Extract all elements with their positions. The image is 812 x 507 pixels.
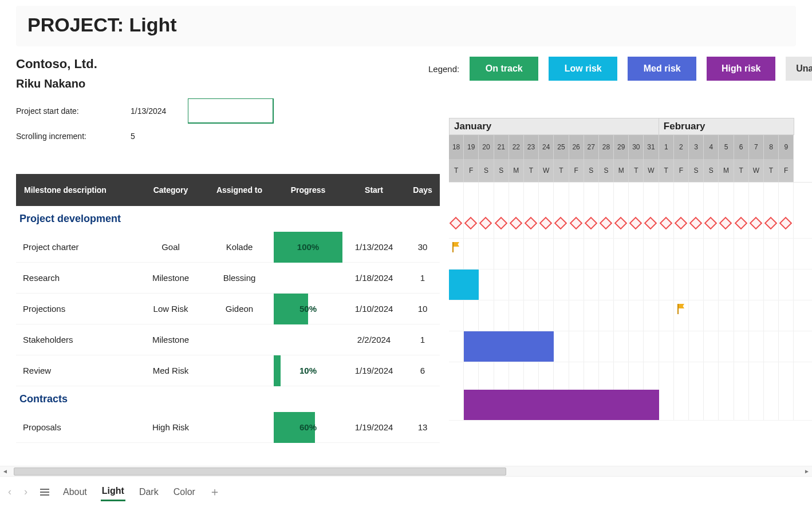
day-number: 27 bbox=[584, 135, 599, 159]
tab-about[interactable]: About bbox=[62, 484, 88, 501]
day-of-week: M bbox=[509, 159, 524, 182]
col-days: Days bbox=[405, 185, 440, 195]
gantt-bar[interactable] bbox=[464, 390, 659, 420]
cell-desc: Research bbox=[16, 273, 136, 283]
cell-assigned: Kolade bbox=[205, 242, 274, 252]
gantt-row bbox=[449, 270, 812, 300]
day-number: 26 bbox=[569, 135, 584, 159]
goal-diamond-icon bbox=[554, 216, 567, 229]
day-number: 3 bbox=[689, 135, 704, 159]
goal-diamond-icon bbox=[464, 216, 478, 229]
goal-diamond-icon bbox=[569, 216, 582, 229]
project-lead: Riku Nakano bbox=[16, 77, 428, 90]
table-row[interactable]: ProjectionsLow RiskGideon50%1/10/202410 bbox=[16, 294, 440, 324]
legend-medrisk: Med risk bbox=[628, 57, 696, 81]
col-category: Category bbox=[136, 185, 205, 195]
day-of-week: T bbox=[449, 159, 464, 182]
goal-diamond-icon bbox=[509, 216, 522, 229]
cell-days: 1 bbox=[405, 273, 440, 283]
day-of-week: T bbox=[554, 159, 569, 182]
day-of-week: T bbox=[764, 159, 779, 182]
timeline: JanuaryFebruary 181920212223242526272829… bbox=[449, 118, 812, 421]
day-of-week: W bbox=[644, 159, 659, 182]
day-number: 8 bbox=[764, 135, 779, 159]
scroll-inc-label: Scrolling increment: bbox=[16, 132, 131, 141]
cell-category: Low Risk bbox=[136, 304, 205, 314]
day-of-week: F bbox=[464, 159, 479, 182]
goal-diamond-icon bbox=[764, 216, 778, 229]
day-number: 21 bbox=[494, 135, 509, 159]
goal-diamond-icon bbox=[689, 216, 703, 229]
tab-color[interactable]: Color bbox=[172, 484, 196, 501]
cell-progress: 100% bbox=[274, 232, 342, 263]
legend-unassigned: Unassigned bbox=[786, 57, 812, 81]
start-date-label: Project start date: bbox=[16, 106, 131, 116]
day-of-week: W bbox=[539, 159, 554, 182]
tab-light[interactable]: Light bbox=[101, 482, 125, 501]
col-assigned: Assigned to bbox=[205, 185, 274, 195]
cell-days: 30 bbox=[405, 242, 440, 252]
scroll-left-icon[interactable]: ◄ bbox=[0, 466, 10, 477]
goal-diamond-icon bbox=[494, 216, 507, 229]
legend-label: Legend: bbox=[428, 64, 459, 74]
goal-diamond-icon bbox=[719, 216, 732, 229]
table-row[interactable]: Project charterGoalKolade100%1/13/202430 bbox=[16, 232, 440, 263]
goal-diamond-icon bbox=[479, 216, 492, 229]
gantt-row bbox=[449, 390, 812, 421]
day-of-week: M bbox=[614, 159, 629, 182]
day-number: 5 bbox=[719, 135, 734, 159]
scroll-thumb[interactable] bbox=[14, 468, 506, 476]
day-number: 19 bbox=[464, 135, 479, 159]
task-table: Milestone description Category Assigned … bbox=[16, 174, 440, 443]
sheet-prev-icon[interactable]: ‹ bbox=[8, 486, 11, 498]
sheet-menu-icon[interactable] bbox=[40, 487, 49, 497]
cell-start: 1/10/2024 bbox=[342, 304, 405, 314]
month-header: February bbox=[659, 118, 794, 135]
selected-cell[interactable] bbox=[188, 98, 274, 124]
cell-desc: Review bbox=[16, 366, 136, 375]
goal-diamond-icon bbox=[614, 216, 628, 229]
scroll-right-icon[interactable]: ► bbox=[802, 466, 812, 477]
cell-start: 1/18/2024 bbox=[342, 273, 405, 283]
gantt-bar[interactable] bbox=[449, 270, 479, 300]
day-of-week: F bbox=[779, 159, 794, 182]
table-row[interactable]: ResearchMilestoneBlessing1/18/20241 bbox=[16, 263, 440, 294]
cell-desc: Project charter bbox=[16, 242, 136, 252]
goal-diamond-icon bbox=[584, 216, 597, 229]
goal-diamond-icon bbox=[674, 216, 687, 229]
gantt-bar[interactable] bbox=[464, 331, 554, 362]
day-number: 24 bbox=[539, 135, 554, 159]
cell-progress: 60% bbox=[274, 412, 342, 443]
day-number: 6 bbox=[734, 135, 749, 159]
day-number: 22 bbox=[509, 135, 524, 159]
add-sheet-icon[interactable]: ＋ bbox=[209, 484, 220, 500]
cell-desc: Proposals bbox=[16, 422, 136, 432]
day-of-week: T bbox=[629, 159, 644, 182]
sheet-next-icon[interactable]: › bbox=[24, 486, 27, 498]
table-row[interactable]: ReviewMed Risk10%1/19/20246 bbox=[16, 355, 440, 386]
tab-dark[interactable]: Dark bbox=[138, 484, 160, 501]
horizontal-scrollbar[interactable]: ◄ ► bbox=[0, 466, 812, 476]
table-row[interactable]: StakeholdersMilestone2/2/20241 bbox=[16, 324, 440, 355]
day-number: 2 bbox=[674, 135, 689, 159]
table-header: Milestone description Category Assigned … bbox=[16, 174, 440, 206]
table-row[interactable]: ProposalsHigh Risk60%1/19/202413 bbox=[16, 412, 440, 443]
gantt-row bbox=[449, 239, 812, 270]
cell-start: 1/13/2024 bbox=[342, 242, 405, 252]
cell-progress: 50% bbox=[274, 294, 342, 324]
gantt-row bbox=[449, 300, 812, 331]
day-of-week: S bbox=[494, 159, 509, 182]
cell-days: 6 bbox=[405, 366, 440, 375]
page-title: PROJECT: Light bbox=[27, 14, 785, 36]
cell-days: 1 bbox=[405, 335, 440, 344]
day-of-week: T bbox=[659, 159, 674, 182]
goal-diamond-icon bbox=[450, 216, 463, 229]
milestone-flag-icon bbox=[676, 304, 684, 314]
day-number: 28 bbox=[599, 135, 614, 159]
goal-diamond-icon bbox=[525, 216, 538, 229]
section-header: Project development bbox=[16, 206, 440, 232]
day-of-week: S bbox=[584, 159, 599, 182]
day-of-week: S bbox=[479, 159, 494, 182]
day-of-week: W bbox=[749, 159, 764, 182]
gantt-row bbox=[449, 331, 812, 362]
